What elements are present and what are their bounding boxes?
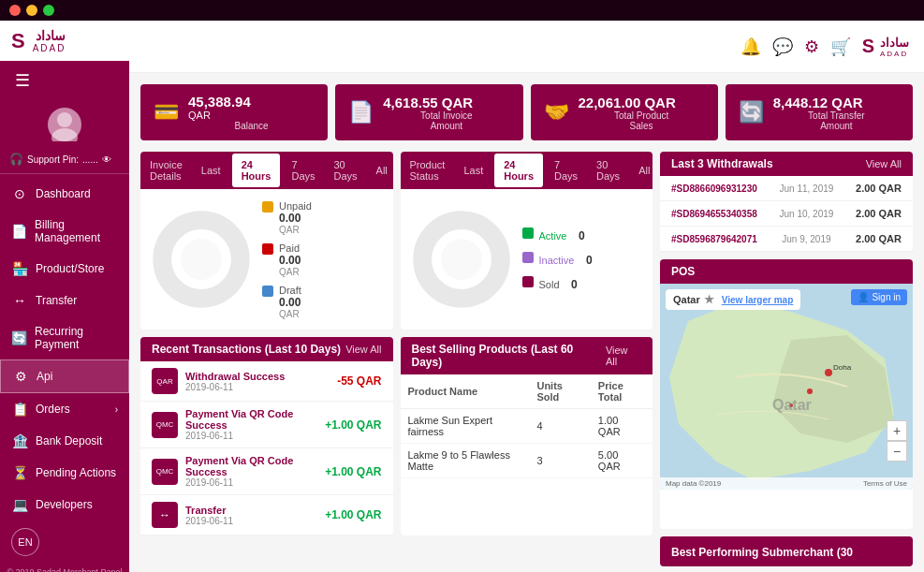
col-units-sold: Units Sold [529, 374, 590, 409]
qr-payment-amount-1: +1.00 QAR [325, 418, 381, 432]
content-right: Last 3 Withdrawals View All #SD886609693… [660, 152, 913, 566]
map-country: Qatar [673, 294, 700, 305]
bestselling-viewall[interactable]: View All [606, 345, 641, 367]
sidebar: S ساداد ADAD ☰ 🎧 Support Pin: ...... 👁 [0, 21, 129, 572]
product-sales-icon: 🤝 [544, 100, 569, 125]
menu-toggle[interactable]: ☰ [0, 61, 129, 100]
tab-invoice-details[interactable]: Invoice Details [140, 154, 192, 187]
withdrawal-id-1: #SD8866096931230 [671, 183, 757, 194]
withdrawal-id-2: #SD8694655340358 [671, 209, 757, 219]
header-logo: S ساداد ADAD [862, 36, 909, 58]
minimize-dot[interactable] [26, 5, 37, 16]
transaction-list: QAR Withdrawal Success 2019-06-11 -55 QA… [140, 361, 393, 535]
qr-payment-date-2: 2019-06-11 [185, 477, 317, 488]
map-signin-button[interactable]: 👤 Sign in [851, 289, 907, 305]
notification-icon[interactable]: 🔔 [741, 37, 761, 56]
sidebar-nav: ⊙ Dashboard 📄 Billing Management 🏪 Produ… [0, 178, 129, 521]
bestperforming-card: Best Performing Submerchant (30 [660, 536, 913, 566]
sidebar-item-bank[interactable]: 🏦 Bank Deposit [0, 425, 129, 457]
sidebar-item-label: Billing Management [35, 218, 118, 244]
stat-balance-info: 45,388.94 QAR Balance [188, 94, 315, 131]
tab-product-status[interactable]: Product Status [401, 154, 455, 187]
maximize-dot[interactable] [43, 5, 54, 16]
transfer-amount: +1.00 QAR [325, 508, 381, 521]
map-view-larger[interactable]: View larger map [722, 295, 794, 305]
sidebar-item-transfer[interactable]: ↔ Transfer [0, 285, 129, 316]
inactive-dot [522, 252, 534, 263]
header-logo-s: S [862, 36, 874, 57]
invoice-value: 4,618.55 QAR [383, 95, 509, 110]
sidebar-item-developers[interactable]: 💻 Developers [0, 489, 129, 521]
unpaid-dot [262, 201, 273, 213]
pending-icon: ⏳ [11, 465, 28, 480]
content-grid: Invoice Details Last 24 Hours 7 Days 30 … [129, 146, 924, 572]
message-icon[interactable]: 💬 [772, 37, 793, 57]
tab-product-all[interactable]: All [629, 159, 659, 182]
price-1: 1.00QAR [591, 409, 653, 444]
developers-icon: 💻 [11, 497, 28, 512]
sidebar-item-label: Dashboard [36, 187, 91, 200]
map-terms: Terms of Use [863, 479, 907, 488]
invoice-chart: Invoice Details Last 24 Hours 7 Days 30 … [140, 152, 393, 330]
tab-invoice-7d[interactable]: 7 Days [282, 154, 324, 187]
header-right: 🔔 💬 ⚙ 🛒 S ساداد ADAD [741, 36, 909, 58]
zoom-in-button[interactable]: + [887, 420, 907, 441]
stat-transfer: 🔄 8,448.12 QAR Total TransferAmount [726, 84, 913, 140]
tab-product-7d[interactable]: 7 Days [545, 154, 587, 187]
tab-invoice-all[interactable]: All [367, 159, 397, 182]
invoice-icon: 📄 [348, 100, 374, 125]
logo-text: ساداد ADAD [33, 28, 66, 53]
product-value: 22,061.00 QAR [579, 95, 705, 110]
language-switcher[interactable]: EN [11, 528, 39, 556]
legend-unpaid-text: Unpaid 0.00 QAR [279, 200, 312, 235]
product-chart-body: Active 0 Inactive 0 [401, 189, 653, 330]
tab-product-last[interactable]: Last [454, 159, 492, 182]
product-name-2: Lakme 9 to 5 Flawless Matte [401, 444, 530, 478]
transfer-icon: ↔ [11, 293, 28, 308]
map-overlay: Qatar ★ View larger map [666, 289, 800, 310]
tab-product-30d[interactable]: 30 Days [587, 154, 629, 187]
transactions-viewall[interactable]: View All [345, 344, 381, 355]
transfer-value: 8,448.12 QAR [773, 95, 900, 110]
svg-point-5 [441, 239, 482, 280]
settings-icon[interactable]: ⚙ [804, 37, 819, 57]
tab-invoice-last[interactable]: Last [192, 159, 230, 182]
recurring-icon: 🔄 [11, 330, 27, 345]
sidebar-item-product[interactable]: 🏪 Product/Store [0, 253, 129, 285]
withdrawals-title: Last 3 Withdrawals [671, 157, 773, 170]
tab-invoice-30d[interactable]: 30 Days [325, 154, 367, 187]
cart-icon[interactable]: 🛒 [830, 37, 851, 57]
zoom-out-button[interactable]: − [887, 441, 907, 462]
product-donut [410, 208, 513, 311]
chart-row: Invoice Details Last 24 Hours 7 Days 30 … [140, 152, 653, 330]
paid-unit: QAR [279, 267, 301, 277]
sidebar-item-dashboard[interactable]: ⊙ Dashboard [0, 178, 129, 210]
copyright: © 2019 Sadad Merchant Panel [0, 564, 129, 572]
svg-text:Doha: Doha [833, 363, 852, 372]
qr-payment-info-2: Payment Via QR Code Success 2019-06-11 [185, 455, 317, 488]
sidebar-item-label: Api [37, 370, 52, 383]
stat-balance: 💳 45,388.94 QAR Balance [140, 84, 328, 140]
sidebar-item-recurring[interactable]: 🔄 Recurring Payment [0, 316, 129, 359]
sidebar-item-label: Orders [36, 403, 70, 416]
eye-icon[interactable]: 👁 [102, 154, 111, 165]
sidebar-item-billing[interactable]: 📄 Billing Management [0, 210, 129, 253]
product-legend: Active 0 Inactive 0 [522, 227, 644, 292]
withdrawals-viewall[interactable]: View All [866, 158, 902, 169]
tab-product-24h[interactable]: 24 Hours [494, 154, 543, 187]
sidebar-item-orders[interactable]: 📋 Orders › [0, 393, 129, 425]
pos-title: POS [671, 265, 695, 278]
svg-point-10 [807, 389, 813, 394]
stat-product: 🤝 22,061.00 QAR Total ProductSales [531, 84, 718, 140]
invoice-label: Total InvoiceAmount [383, 110, 509, 131]
map-zoom-controls: + − [887, 420, 907, 462]
logo-s: S [11, 29, 25, 53]
transfer-name: Transfer [185, 505, 317, 516]
sidebar-item-pending[interactable]: ⏳ Pending Actions [0, 457, 129, 489]
map-data-text: Map data ©2019 [666, 479, 721, 488]
qr-payment-icon-1: QMC [152, 412, 178, 438]
close-dot[interactable] [9, 5, 21, 16]
tab-invoice-24h[interactable]: 24 Hours [232, 154, 281, 187]
main-layout: S ساداد ADAD ☰ 🎧 Support Pin: ...... 👁 [0, 21, 924, 572]
sidebar-item-api[interactable]: ⚙ Api [0, 359, 129, 393]
